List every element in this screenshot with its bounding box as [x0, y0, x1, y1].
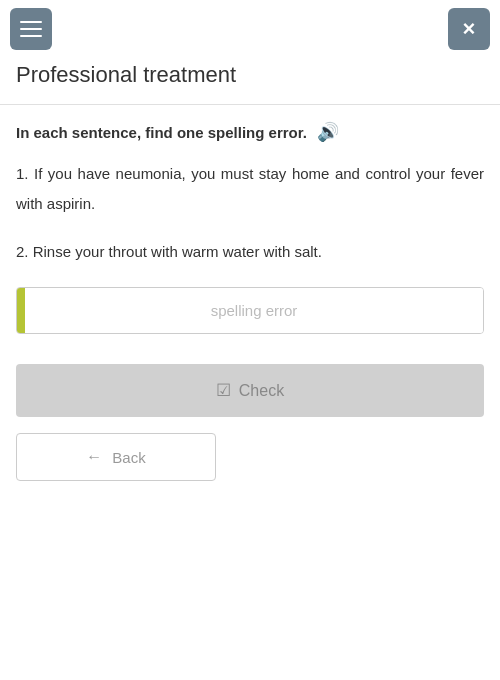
check-label: Check: [239, 382, 284, 400]
menu-line-3: [20, 35, 42, 37]
input-wrapper: [16, 287, 484, 334]
input-section: [16, 287, 484, 334]
instruction-text: In each sentence, find one spelling erro…: [16, 124, 307, 141]
top-bar: ×: [0, 0, 500, 58]
back-label: Back: [112, 449, 145, 466]
page-title: Professional treatment: [0, 58, 500, 104]
sentence-2-text: Rinse your throut with warm water with s…: [33, 243, 322, 260]
sentence-1-number: 1.: [16, 165, 29, 182]
sentence-2-number: 2.: [16, 243, 29, 260]
back-button[interactable]: ← Back: [16, 433, 216, 481]
sentence-1: 1. If you have neumonia, you must stay h…: [16, 159, 484, 219]
menu-button[interactable]: [10, 8, 52, 50]
input-accent-bar: [17, 288, 25, 333]
spelling-error-input[interactable]: [25, 288, 483, 333]
back-arrow-icon: ←: [86, 448, 102, 466]
sound-icon[interactable]: 🔊: [317, 121, 339, 143]
check-button[interactable]: ☑ Check: [16, 364, 484, 417]
close-button[interactable]: ×: [448, 8, 490, 50]
divider: [0, 104, 500, 105]
menu-line-2: [20, 28, 42, 30]
main-content: In each sentence, find one spelling erro…: [0, 121, 500, 334]
buttons-row: ☑ Check ← Back: [0, 364, 500, 481]
check-icon: ☑: [216, 380, 231, 401]
menu-line-1: [20, 21, 42, 23]
sentence-1-text: If you have neumonia, you must stay home…: [16, 165, 484, 212]
sentence-2: 2. Rinse your throut with warm water wit…: [16, 237, 484, 267]
instruction-row: In each sentence, find one spelling erro…: [16, 121, 484, 143]
